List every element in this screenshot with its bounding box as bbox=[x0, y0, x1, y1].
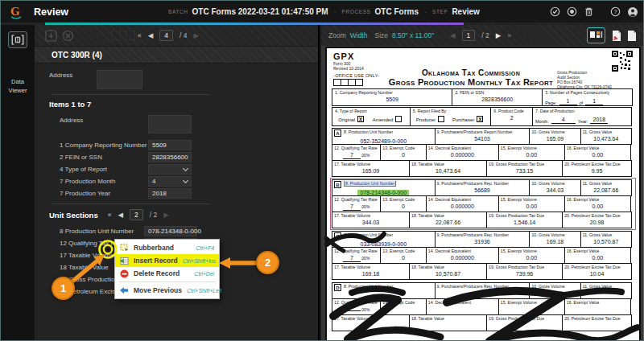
form-cell-value: 0 bbox=[382, 255, 424, 261]
context-menu: RubberbandCtrl+F4Insert RecordCtrl+Shift… bbox=[114, 239, 220, 299]
separator-dot: · bbox=[424, 8, 427, 16]
doc-section-C: C8. Production Unit Number033-083939-0-0… bbox=[332, 231, 634, 280]
textarea-field[interactable] bbox=[148, 115, 192, 134]
form-cell: 19. Gross Production Tax Due739.96 bbox=[486, 263, 563, 280]
form-cell: 15. Exempt Volume0.00 bbox=[498, 195, 565, 212]
field-row: 7 Production Month4 bbox=[49, 176, 318, 187]
form-id-block: GPX Form 300 Revised 10-2014 bbox=[333, 51, 364, 71]
form-cell-value: 0.00 bbox=[501, 203, 563, 209]
next-page-icon[interactable]: ▶ bbox=[194, 31, 200, 39]
record-icon[interactable] bbox=[566, 6, 578, 18]
form-cell-label: A8. Production Unit Number bbox=[334, 129, 433, 137]
form-cell: 10. Gross Volume bbox=[529, 282, 580, 299]
text-field[interactable]: 5509 bbox=[148, 140, 192, 150]
menu-item-delete-record[interactable]: Delete RecordCtrl+Del bbox=[115, 267, 219, 280]
svg-text:?: ? bbox=[613, 8, 617, 15]
textarea-field[interactable] bbox=[97, 70, 142, 89]
form-cell-label: 19. Gross Production Tax Due bbox=[489, 213, 560, 218]
current-record-input[interactable]: 2 bbox=[130, 209, 143, 220]
record-header[interactable]: OTC 300R (4) bbox=[35, 46, 318, 64]
first-record-icon[interactable]: « bbox=[108, 211, 112, 219]
section-letter: B bbox=[334, 181, 341, 188]
form-cell: 14. Decimal Equivalent bbox=[426, 298, 499, 315]
data-viewer-icon bbox=[8, 31, 27, 48]
form-cell-label: 20. Petroleum Excise Tax Due bbox=[564, 162, 630, 166]
help-icon[interactable]: ? bbox=[609, 6, 621, 18]
data-panel-body: Address Items 1 to 7 Address1 Company Re… bbox=[35, 64, 318, 341]
form-cell-label: 17. Taxable Volume bbox=[334, 316, 407, 321]
form-cell-label: 15. Exempt Volume bbox=[501, 146, 563, 150]
menu-item-insert-record[interactable]: Insert RecordCtrl+Shift+Ins bbox=[115, 254, 219, 267]
form-cell-value: 22,087.66 bbox=[411, 220, 485, 225]
menu-item-rubberband[interactable]: RubberbandCtrl+F4 bbox=[115, 241, 219, 254]
rubberband-icon bbox=[120, 244, 129, 253]
prev-page-icon[interactable]: ◀ bbox=[148, 31, 154, 39]
current-page-input[interactable]: 1 bbox=[462, 30, 476, 41]
form-cell-label: 12. Qualifying Tax Rate bbox=[334, 146, 378, 150]
form-cell-value: 0.00 bbox=[567, 152, 629, 158]
unit-sections-pagination: « ◀ 2 / 2 ▶ bbox=[108, 209, 169, 220]
form-cell-label: 13. Exempt Code bbox=[382, 197, 424, 202]
form-cell-label: 11. Gross Value bbox=[583, 181, 630, 186]
field-label: 8 Production Unit Number bbox=[60, 226, 144, 236]
complete-check-icon[interactable] bbox=[549, 6, 561, 18]
export-pdf-icon[interactable] bbox=[611, 30, 621, 42]
form-cell-value: 10,473.64 bbox=[583, 136, 630, 142]
form-header-row-1: 1. Company Reporting Number5509 2. FEIN … bbox=[332, 88, 634, 106]
save-icon[interactable] bbox=[44, 29, 57, 42]
cancel-icon[interactable] bbox=[61, 29, 74, 42]
menu-item-label: Delete Record bbox=[134, 269, 189, 277]
form-cell-value: 052-352489-0-000 bbox=[334, 138, 433, 144]
form-cell: 14. Decimal Equivalent0.000000 bbox=[426, 195, 499, 212]
form-cell-value: 1,546.14 bbox=[489, 220, 560, 225]
insert-record-icon bbox=[120, 257, 129, 265]
process-label: PROCESS bbox=[342, 9, 371, 14]
office-use-block: -OFFICE USE ONLY- bbox=[333, 73, 379, 86]
field-label: Address bbox=[60, 115, 148, 125]
text-field[interactable]: 2828356600 bbox=[148, 152, 192, 162]
form-cell-label: 10. Gross Volume bbox=[531, 284, 578, 289]
form-cell-label: D8. Production Unit Number bbox=[334, 284, 433, 291]
text-field[interactable]: 078-214348-0-000 bbox=[144, 226, 197, 236]
field-label: 7 Production Year bbox=[60, 188, 148, 199]
data-panel-toolbar: « ◀ 4 / 4 ▶ bbox=[35, 25, 318, 46]
menu-item-move-previous[interactable]: Move PreviousCtrl+Shift+Left bbox=[115, 284, 219, 297]
form-cell-label: 17. Taxable Volume bbox=[334, 162, 407, 166]
form-cell: 9. Purchasers/Producers Rep. Number31936 bbox=[435, 231, 530, 248]
zoom-mode-button[interactable]: Width bbox=[350, 31, 368, 39]
viewer-canvas[interactable]: GPX Form 300 Revised 10-2014 -OFFICE USE… bbox=[321, 46, 644, 341]
prev-record-icon[interactable]: ◀ bbox=[118, 211, 123, 219]
next-page-icon[interactable]: ▶ bbox=[496, 31, 502, 39]
delete-record-icon bbox=[120, 269, 129, 278]
process-value: OTC Forms bbox=[375, 7, 419, 16]
trash-icon[interactable] bbox=[583, 6, 595, 18]
dropdown-field[interactable] bbox=[148, 164, 192, 175]
document-page[interactable]: GPX Form 300 Revised 10-2014 -OFFICE USE… bbox=[325, 47, 641, 341]
text-field[interactable]: 2018 bbox=[148, 188, 192, 199]
form-cell-value: 344.03 bbox=[531, 187, 578, 193]
form-cell: 9. Purchasers/Producers Rep. Number56689 bbox=[435, 179, 530, 196]
form-cell: 20. Petroleum Excise Tax Due bbox=[562, 314, 632, 331]
form-cell: 11. Gross Value22,087.66 bbox=[580, 179, 632, 196]
dropdown-field[interactable]: 4 bbox=[148, 176, 192, 187]
prev-page-icon[interactable]: ◀ bbox=[450, 31, 456, 39]
sidebar-item-data-viewer[interactable]: Data Viewer bbox=[1, 25, 35, 95]
next-record-icon[interactable]: ▶ bbox=[163, 211, 169, 219]
form-cell-label: B8. Production Unit Number bbox=[334, 181, 433, 188]
form-cell: 12. Qualifying Tax Rate7.00% bbox=[332, 247, 381, 264]
first-page-icon[interactable]: « bbox=[138, 31, 142, 39]
form-cell: 9. Purchasers/Producers Report Number541… bbox=[435, 128, 530, 145]
form-cell-label: 12. Qualifying Tax Rate bbox=[334, 300, 378, 305]
blank-page-icon[interactable] bbox=[627, 30, 637, 42]
form-cell-label: 9. Purchasers/Producers Report Number bbox=[437, 129, 528, 134]
thumbnails-toggle-icon[interactable] bbox=[587, 27, 605, 43]
account-icon[interactable] bbox=[626, 6, 638, 18]
last-page-icon[interactable]: » bbox=[507, 31, 511, 39]
form-cell: 12. Qualifying Tax Rate7.00% bbox=[332, 195, 381, 212]
current-page-input[interactable]: 4 bbox=[159, 30, 173, 41]
form-cell-value: 0.00 bbox=[501, 152, 563, 158]
form-cell-label: 19. Gross Production Tax Due bbox=[489, 162, 560, 166]
form-cell: 17. Taxable Volume165.09 bbox=[332, 160, 410, 177]
unit-sections-header: Unit Sections « ◀ 2 / 2 ▶ bbox=[49, 209, 318, 220]
divider bbox=[52, 203, 209, 204]
